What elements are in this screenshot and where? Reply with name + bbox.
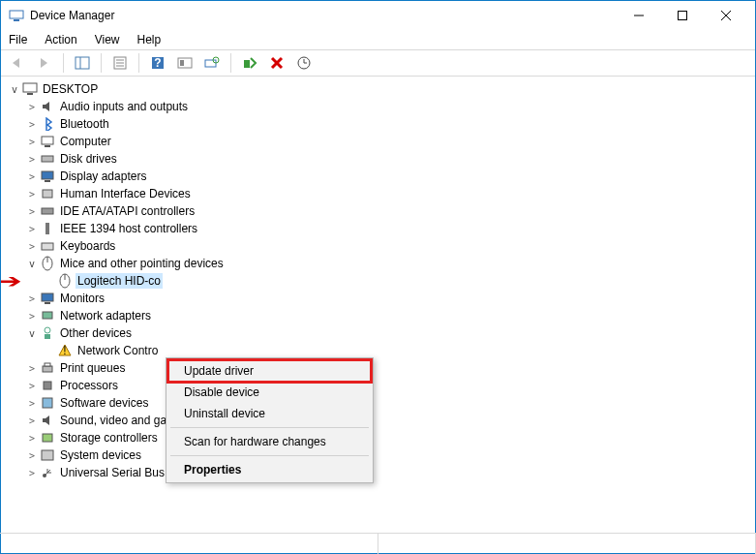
tree-category[interactable]: Monitors — [9, 290, 755, 307]
context-scan-hardware[interactable]: Scan for hardware changes — [168, 431, 371, 452]
tree-label: Keyboards — [58, 238, 117, 254]
properties-button[interactable] — [109, 52, 131, 74]
menu-help[interactable]: Help — [136, 31, 164, 48]
tree-item-network-contro[interactable]: ! Network Contro — [9, 342, 755, 359]
tree-category[interactable]: System devices — [9, 446, 755, 464]
expand-icon[interactable] — [26, 381, 38, 391]
expand-icon[interactable] — [26, 171, 38, 182]
tree-item-logitech[interactable]: ➔ Logitech HID-co — [9, 272, 755, 290]
window-titlebar: Device Manager — [1, 1, 755, 30]
tree-category[interactable]: Keyboards — [9, 237, 755, 255]
tree-label: Monitors — [58, 291, 106, 306]
tree-category[interactable]: Print queues — [9, 359, 755, 377]
svg-rect-48 — [42, 450, 53, 460]
svg-rect-41 — [45, 334, 50, 339]
expand-icon[interactable] — [26, 241, 38, 252]
context-uninstall-device[interactable]: Uninstall device — [168, 403, 371, 424]
expand-icon[interactable] — [26, 102, 38, 112]
computer-icon — [22, 81, 38, 97]
expand-icon[interactable] — [26, 119, 38, 130]
svg-rect-47 — [43, 434, 52, 442]
expand-icon[interactable] — [26, 189, 38, 200]
svg-rect-28 — [45, 180, 50, 182]
tree-category-other[interactable]: Other devices — [9, 324, 755, 342]
expand-icon[interactable] — [26, 328, 38, 339]
expand-icon[interactable] — [26, 137, 38, 147]
tree-category[interactable]: Human Interface Devices — [9, 185, 755, 202]
mouse-icon — [57, 273, 73, 289]
tree-category[interactable]: IDE ATA/ATAPI controllers — [9, 202, 755, 220]
annotation-arrow: ➔ — [1, 269, 22, 292]
expand-icon[interactable] — [9, 84, 20, 95]
tree-category[interactable]: IEEE 1394 host controllers — [9, 220, 755, 237]
device-icon — [40, 413, 55, 428]
enable-button[interactable] — [239, 52, 260, 74]
expand-icon[interactable] — [26, 450, 38, 461]
tree-label: Print queues — [58, 360, 127, 376]
toolbar-separator — [101, 53, 102, 73]
device-tree[interactable]: DESKTOP Audio inputs and outputsBluetoot… — [1, 77, 755, 522]
expand-icon[interactable] — [26, 311, 38, 322]
tree-category[interactable]: Display adapters — [9, 168, 755, 185]
context-properties[interactable]: Properties — [168, 459, 371, 480]
svg-rect-23 — [27, 93, 33, 95]
expand-icon[interactable] — [26, 416, 38, 426]
tree-category[interactable]: Storage controllers — [9, 429, 755, 446]
tree-category-mice[interactable]: Mice and other pointing devices — [9, 255, 755, 272]
show-hide-tree-button[interactable] — [72, 52, 93, 74]
expand-icon[interactable] — [26, 224, 38, 234]
back-button[interactable] — [7, 52, 28, 74]
tree-category[interactable]: Processors — [9, 377, 755, 394]
context-update-driver[interactable]: Update driver — [168, 360, 371, 382]
tree-category[interactable]: Network adapters — [9, 307, 755, 324]
tree-root[interactable]: DESKTOP — [9, 80, 755, 98]
menu-view[interactable]: View — [93, 31, 122, 48]
device-icon — [40, 134, 55, 149]
maximize-button[interactable] — [660, 2, 704, 29]
help-button[interactable]: ? — [147, 52, 168, 74]
device-icon — [40, 203, 55, 219]
device-icon — [40, 151, 55, 167]
mouse-icon — [40, 256, 55, 271]
tree-label: Network adapters — [58, 308, 153, 323]
tree-category[interactable]: Sound, video and game controllers — [9, 412, 755, 429]
tree-category[interactable]: Software devices — [9, 394, 755, 412]
device-icon — [40, 447, 55, 463]
svg-rect-6 — [76, 57, 89, 69]
expand-icon[interactable] — [26, 154, 38, 165]
device-icon — [40, 378, 55, 393]
expand-icon[interactable] — [26, 206, 38, 217]
tree-category[interactable]: Audio inputs and outputs — [9, 98, 755, 115]
scan-hardware-button[interactable] — [201, 52, 223, 74]
expand-icon[interactable] — [26, 363, 38, 374]
update-driver-button[interactable] — [293, 52, 315, 74]
expand-icon[interactable] — [26, 293, 38, 304]
toolbar-separator — [230, 53, 231, 73]
expand-icon[interactable] — [26, 398, 38, 409]
tree-label: Audio inputs and outputs — [58, 99, 190, 114]
device-icon — [40, 186, 55, 201]
device-icon — [40, 465, 55, 480]
menu-file[interactable]: File — [7, 31, 29, 48]
svg-rect-3 — [678, 12, 686, 20]
expand-icon[interactable] — [26, 433, 38, 444]
tree-category[interactable]: Disk drives — [9, 150, 755, 168]
toolbar-icon[interactable] — [174, 52, 196, 74]
tree-label: Processors — [58, 378, 120, 393]
context-disable-device[interactable]: Disable device — [168, 382, 371, 403]
minimize-button[interactable] — [617, 2, 660, 29]
svg-rect-29 — [43, 190, 52, 198]
uninstall-button[interactable] — [266, 52, 287, 74]
close-button[interactable] — [704, 2, 747, 29]
tree-label: Disk drives — [58, 151, 119, 167]
tree-category[interactable]: Computer — [9, 133, 755, 150]
tree-category[interactable]: Bluetooth — [9, 115, 755, 133]
tree-root-label: DESKTOP — [41, 81, 100, 97]
menu-action[interactable]: Action — [43, 31, 78, 48]
tree-category[interactable]: Universal Serial Bus controllers — [9, 464, 755, 481]
expand-icon[interactable] — [26, 259, 38, 269]
context-label: Scan for hardware changes — [184, 435, 326, 448]
forward-button[interactable] — [34, 52, 55, 74]
expand-icon[interactable] — [26, 468, 38, 478]
svg-rect-45 — [44, 382, 51, 389]
